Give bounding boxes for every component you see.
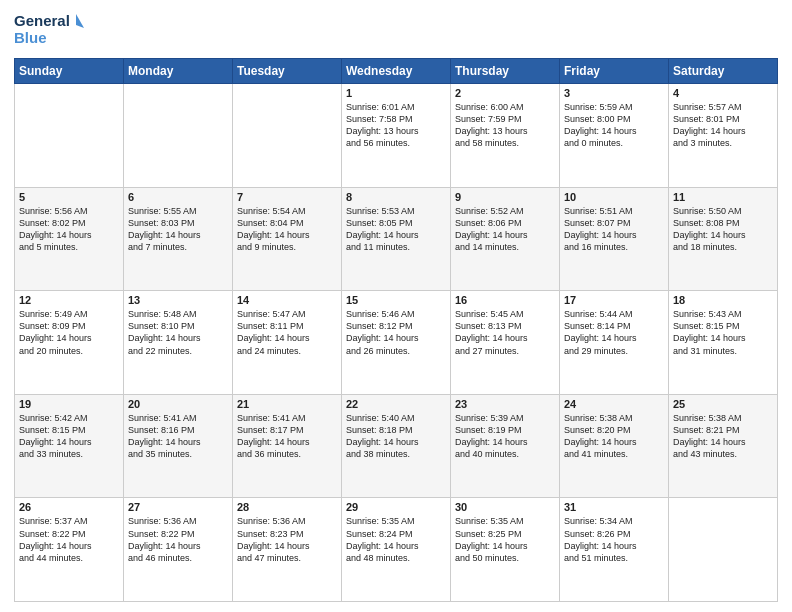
header-thursday: Thursday (451, 59, 560, 84)
calendar-table: SundayMondayTuesdayWednesdayThursdayFrid… (14, 58, 778, 602)
daylight-hours: Daylight: 14 hours (346, 230, 419, 240)
cell-content: Sunrise: 5:59 AMSunset: 8:00 PMDaylight:… (564, 101, 664, 150)
calendar-cell-1-1: 6Sunrise: 5:55 AMSunset: 8:03 PMDaylight… (124, 187, 233, 291)
day-number: 11 (673, 191, 773, 203)
day-number: 21 (237, 398, 337, 410)
calendar-cell-2-0: 12Sunrise: 5:49 AMSunset: 8:09 PMDayligh… (15, 291, 124, 395)
calendar-header-row: SundayMondayTuesdayWednesdayThursdayFrid… (15, 59, 778, 84)
day-number: 27 (128, 501, 228, 513)
daylight-hours: Daylight: 14 hours (128, 230, 201, 240)
calendar-cell-3-1: 20Sunrise: 5:41 AMSunset: 8:16 PMDayligh… (124, 394, 233, 498)
cell-content: Sunrise: 5:40 AMSunset: 8:18 PMDaylight:… (346, 412, 446, 461)
header-saturday: Saturday (669, 59, 778, 84)
calendar-cell-2-4: 16Sunrise: 5:45 AMSunset: 8:13 PMDayligh… (451, 291, 560, 395)
header-wednesday: Wednesday (342, 59, 451, 84)
day-number: 25 (673, 398, 773, 410)
daylight-hours: Daylight: 14 hours (564, 333, 637, 343)
calendar-cell-3-6: 25Sunrise: 5:38 AMSunset: 8:21 PMDayligh… (669, 394, 778, 498)
header: General Blue (14, 10, 778, 52)
daylight-hours: Daylight: 14 hours (455, 333, 528, 343)
daylight-hours: Daylight: 13 hours (455, 126, 528, 136)
day-number: 17 (564, 294, 664, 306)
daylight-hours: Daylight: 14 hours (237, 333, 310, 343)
cell-content: Sunrise: 5:37 AMSunset: 8:22 PMDaylight:… (19, 515, 119, 564)
calendar-cell-4-3: 29Sunrise: 5:35 AMSunset: 8:24 PMDayligh… (342, 498, 451, 602)
cell-content: Sunrise: 5:35 AMSunset: 8:25 PMDaylight:… (455, 515, 555, 564)
cell-content: Sunrise: 5:53 AMSunset: 8:05 PMDaylight:… (346, 205, 446, 254)
daylight-hours: Daylight: 14 hours (346, 333, 419, 343)
cell-content: Sunrise: 5:48 AMSunset: 8:10 PMDaylight:… (128, 308, 228, 357)
cell-content: Sunrise: 5:42 AMSunset: 8:15 PMDaylight:… (19, 412, 119, 461)
daylight-hours: Daylight: 14 hours (237, 541, 310, 551)
calendar-cell-1-0: 5Sunrise: 5:56 AMSunset: 8:02 PMDaylight… (15, 187, 124, 291)
daylight-hours: Daylight: 14 hours (564, 126, 637, 136)
day-number: 12 (19, 294, 119, 306)
day-number: 2 (455, 87, 555, 99)
calendar-cell-0-2 (233, 84, 342, 188)
calendar-cell-2-3: 15Sunrise: 5:46 AMSunset: 8:12 PMDayligh… (342, 291, 451, 395)
day-number: 1 (346, 87, 446, 99)
calendar-cell-0-0 (15, 84, 124, 188)
logo: General Blue (14, 10, 84, 52)
day-number: 29 (346, 501, 446, 513)
generalblue-logo-icon: General Blue (14, 10, 84, 52)
cell-content: Sunrise: 6:01 AMSunset: 7:58 PMDaylight:… (346, 101, 446, 150)
daylight-hours: Daylight: 14 hours (673, 333, 746, 343)
day-number: 14 (237, 294, 337, 306)
cell-content: Sunrise: 5:34 AMSunset: 8:26 PMDaylight:… (564, 515, 664, 564)
day-number: 31 (564, 501, 664, 513)
daylight-hours: Daylight: 14 hours (19, 541, 92, 551)
calendar-cell-3-0: 19Sunrise: 5:42 AMSunset: 8:15 PMDayligh… (15, 394, 124, 498)
header-tuesday: Tuesday (233, 59, 342, 84)
header-monday: Monday (124, 59, 233, 84)
calendar-cell-2-2: 14Sunrise: 5:47 AMSunset: 8:11 PMDayligh… (233, 291, 342, 395)
cell-content: Sunrise: 5:54 AMSunset: 8:04 PMDaylight:… (237, 205, 337, 254)
cell-content: Sunrise: 5:52 AMSunset: 8:06 PMDaylight:… (455, 205, 555, 254)
svg-marker-2 (76, 14, 84, 28)
day-number: 9 (455, 191, 555, 203)
cell-content: Sunrise: 5:36 AMSunset: 8:22 PMDaylight:… (128, 515, 228, 564)
cell-content: Sunrise: 5:35 AMSunset: 8:24 PMDaylight:… (346, 515, 446, 564)
daylight-hours: Daylight: 14 hours (237, 437, 310, 447)
daylight-hours: Daylight: 14 hours (564, 437, 637, 447)
calendar-cell-4-4: 30Sunrise: 5:35 AMSunset: 8:25 PMDayligh… (451, 498, 560, 602)
week-row-5: 26Sunrise: 5:37 AMSunset: 8:22 PMDayligh… (15, 498, 778, 602)
day-number: 7 (237, 191, 337, 203)
calendar-cell-0-3: 1Sunrise: 6:01 AMSunset: 7:58 PMDaylight… (342, 84, 451, 188)
day-number: 26 (19, 501, 119, 513)
cell-content: Sunrise: 5:51 AMSunset: 8:07 PMDaylight:… (564, 205, 664, 254)
calendar-cell-0-6: 4Sunrise: 5:57 AMSunset: 8:01 PMDaylight… (669, 84, 778, 188)
calendar-cell-1-4: 9Sunrise: 5:52 AMSunset: 8:06 PMDaylight… (451, 187, 560, 291)
day-number: 30 (455, 501, 555, 513)
calendar-cell-0-4: 2Sunrise: 6:00 AMSunset: 7:59 PMDaylight… (451, 84, 560, 188)
cell-content: Sunrise: 5:57 AMSunset: 8:01 PMDaylight:… (673, 101, 773, 150)
cell-content: Sunrise: 5:49 AMSunset: 8:09 PMDaylight:… (19, 308, 119, 357)
day-number: 19 (19, 398, 119, 410)
cell-content: Sunrise: 5:45 AMSunset: 8:13 PMDaylight:… (455, 308, 555, 357)
daylight-hours: Daylight: 14 hours (346, 541, 419, 551)
cell-content: Sunrise: 5:41 AMSunset: 8:16 PMDaylight:… (128, 412, 228, 461)
day-number: 5 (19, 191, 119, 203)
daylight-hours: Daylight: 14 hours (19, 230, 92, 240)
calendar-cell-3-2: 21Sunrise: 5:41 AMSunset: 8:17 PMDayligh… (233, 394, 342, 498)
daylight-hours: Daylight: 14 hours (673, 437, 746, 447)
daylight-hours: Daylight: 13 hours (346, 126, 419, 136)
svg-text:General: General (14, 12, 70, 29)
calendar-cell-1-6: 11Sunrise: 5:50 AMSunset: 8:08 PMDayligh… (669, 187, 778, 291)
svg-text:Blue: Blue (14, 29, 47, 46)
cell-content: Sunrise: 5:47 AMSunset: 8:11 PMDaylight:… (237, 308, 337, 357)
daylight-hours: Daylight: 14 hours (346, 437, 419, 447)
calendar-cell-0-1 (124, 84, 233, 188)
week-row-3: 12Sunrise: 5:49 AMSunset: 8:09 PMDayligh… (15, 291, 778, 395)
daylight-hours: Daylight: 14 hours (237, 230, 310, 240)
cell-content: Sunrise: 6:00 AMSunset: 7:59 PMDaylight:… (455, 101, 555, 150)
calendar-cell-1-3: 8Sunrise: 5:53 AMSunset: 8:05 PMDaylight… (342, 187, 451, 291)
cell-content: Sunrise: 5:38 AMSunset: 8:21 PMDaylight:… (673, 412, 773, 461)
daylight-hours: Daylight: 14 hours (128, 333, 201, 343)
day-number: 6 (128, 191, 228, 203)
calendar-cell-4-1: 27Sunrise: 5:36 AMSunset: 8:22 PMDayligh… (124, 498, 233, 602)
daylight-hours: Daylight: 14 hours (673, 230, 746, 240)
week-row-4: 19Sunrise: 5:42 AMSunset: 8:15 PMDayligh… (15, 394, 778, 498)
calendar-cell-3-5: 24Sunrise: 5:38 AMSunset: 8:20 PMDayligh… (560, 394, 669, 498)
day-number: 20 (128, 398, 228, 410)
